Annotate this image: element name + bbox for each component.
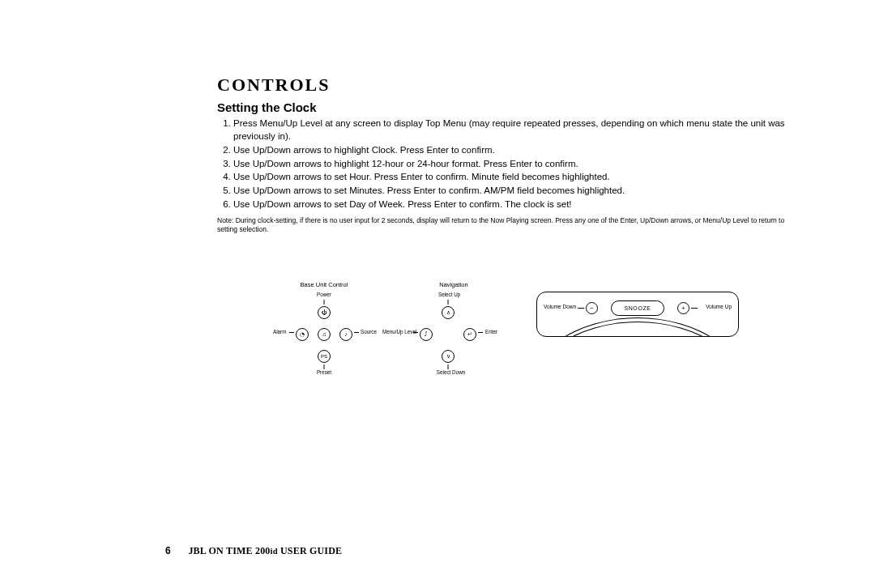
page-heading: CONTROLS — [217, 75, 810, 96]
device-diagram: Volume Down − SNOOZE + Volume Up — [536, 282, 739, 337]
tick — [578, 308, 584, 309]
music-icon: ♫ — [318, 328, 331, 341]
tick — [289, 332, 294, 333]
tick — [448, 300, 449, 305]
step-item: Press Menu/Up Level at any screen to dis… — [233, 117, 794, 143]
content-area: CONTROLS Setting the Clock Press Menu/Up… — [217, 75, 810, 235]
preset-icon: PS — [318, 350, 331, 363]
tick — [354, 332, 359, 333]
step-item: Use Up/Down arrows to highlight 12-hour … — [233, 158, 794, 171]
base-unit-diagram: Base Unit Control Power ⏻ Alarm ◔ ♫ Sour… — [275, 282, 373, 366]
label-select-down: Select Down — [437, 370, 465, 375]
label-power: Power — [317, 292, 331, 297]
enter-icon: ↵ — [463, 328, 476, 341]
diagram-title: Base Unit Control — [275, 282, 373, 288]
section-heading: Setting the Clock — [217, 100, 810, 114]
label-volume-down: Volume Down — [544, 305, 576, 310]
tick — [448, 364, 449, 369]
alarm-icon: ◔ — [296, 328, 309, 341]
step-item: Use Up/Down arrows to highlight Clock. P… — [233, 144, 794, 157]
label-volume-up: Volume Up — [706, 305, 732, 310]
label-alarm: Alarm — [273, 330, 286, 334]
footer-title-c: USER GUIDE — [278, 545, 343, 556]
device-outline: Volume Down − SNOOZE + Volume Up — [536, 292, 739, 337]
footer-title-b: iD — [271, 547, 278, 556]
diagrams-row: Base Unit Control Power ⏻ Alarm ◔ ♫ Sour… — [275, 282, 739, 366]
power-icon: ⏻ — [318, 306, 331, 319]
steps-list: Press Menu/Up Level at any screen to dis… — [217, 117, 794, 211]
plus-icon: + — [677, 302, 689, 314]
label-source: Source — [361, 330, 377, 334]
step-item: Use Up/Down arrows to set Hour. Press En… — [233, 171, 794, 184]
footer-title-a: JBL ON TIME 200 — [188, 545, 270, 556]
tick — [324, 300, 325, 305]
tick — [478, 332, 483, 333]
menu-icon: ⤴ — [420, 328, 433, 341]
source-icon: ♪ — [339, 328, 352, 341]
tick — [413, 332, 418, 333]
label-preset: Preset — [317, 370, 331, 375]
minus-icon: − — [586, 302, 598, 314]
chevron-up-icon: ∧ — [442, 306, 455, 319]
label-enter: Enter — [485, 330, 497, 334]
label-menu-up-level: Menu/Up Level — [382, 330, 416, 334]
nav-pad: ∧ Menu/Up Level ⤴ Enter ↵ ∨ — [416, 303, 480, 366]
navigation-diagram: Navigation Select Up ∧ Menu/Up Level ⤴ E… — [387, 282, 509, 366]
label-select-up: Select Up — [438, 292, 460, 297]
tick — [691, 308, 698, 309]
chevron-down-icon: ∨ — [442, 350, 455, 363]
page-footer: 6 JBL ON TIME 200iD USER GUIDE — [165, 545, 342, 557]
page-number: 6 — [165, 545, 171, 556]
snooze-button: SNOOZE — [611, 300, 664, 316]
step-item: Use Up/Down arrows to set Minutes. Press… — [233, 185, 794, 198]
note-text: Note: During clock-setting, if there is … — [217, 216, 794, 235]
tick — [324, 364, 325, 369]
step-item: Use Up/Down arrows to set Day of Week. P… — [233, 198, 794, 211]
base-pad: ⏻ Alarm ◔ ♫ Source ♪ PS — [292, 303, 356, 366]
diagram-title: Navigation — [399, 282, 509, 288]
